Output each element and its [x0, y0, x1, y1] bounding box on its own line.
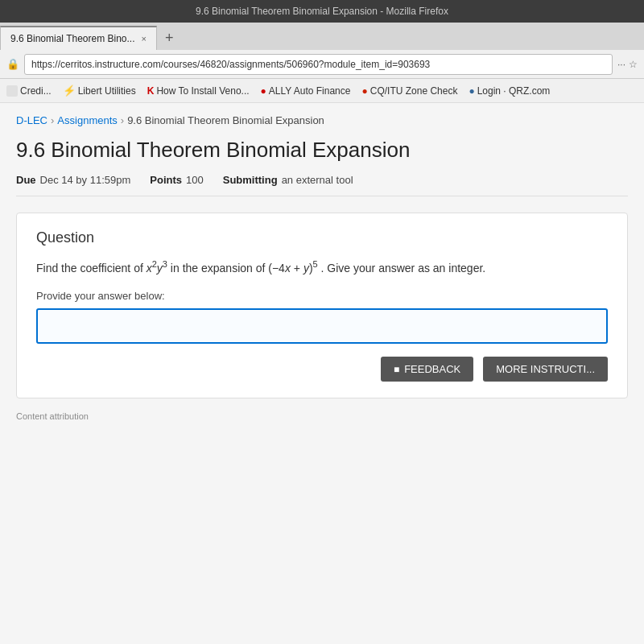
breadcrumb-course[interactable]: D-LEC — [16, 114, 47, 126]
more-instructions-button[interactable]: MORE INSTRUCTI... — [483, 357, 608, 382]
tab-bar: 9.6 Binomial Theorem Bino... × + — [0, 23, 644, 50]
question-text: Find the coefficient of x2y3 in the expa… — [36, 258, 608, 277]
qrz-label: Login · QRZ.com — [477, 85, 551, 97]
active-tab[interactable]: 9.6 Binomial Theorem Bino... × — [0, 26, 157, 50]
cq-icon: ● — [361, 85, 367, 97]
breadcrumb: D-LEC › Assignments › 9.6 Binomial Theor… — [16, 114, 628, 126]
ally-label: ALLY Auto Finance — [269, 85, 351, 97]
bookmark-icon[interactable]: ☆ — [629, 59, 638, 70]
libert-label: Libert Utilities — [78, 85, 136, 97]
feedback-button[interactable]: ■ FEEDBACK — [381, 357, 473, 382]
question-text-pre: Find the coefficient of — [36, 262, 147, 275]
question-card: Question Find the coefficient of x2y3 in… — [16, 213, 628, 398]
bookmark-cq[interactable]: ● CQ/ITU Zone Check — [361, 85, 457, 97]
lock-icon: 🔒 — [6, 58, 19, 70]
veno-label: How To Install Veno... — [156, 85, 249, 97]
submitting-label: Submitting — [223, 174, 278, 186]
answer-label: Provide your answer below: — [36, 290, 608, 302]
answer-input[interactable] — [36, 308, 608, 344]
points-value: 100 — [186, 174, 204, 186]
breadcrumb-sep1: › — [51, 114, 54, 126]
card-footer: ■ FEEDBACK MORE INSTRUCTI... — [36, 357, 608, 382]
window-title: 9.6 Binomial Theorem Binomial Expansion … — [196, 6, 448, 17]
ally-icon: ● — [261, 85, 266, 97]
address-actions: ··· ☆ — [617, 59, 638, 70]
qrz-icon: ● — [469, 85, 474, 97]
due-label: Due — [16, 174, 36, 186]
more-options-icon[interactable]: ··· — [617, 59, 625, 70]
address-bar: 🔒 ··· ☆ — [0, 50, 644, 79]
question-title: Question — [36, 229, 608, 246]
feedback-label: FEEDBACK — [404, 363, 460, 375]
points-item: Points 100 — [150, 174, 203, 186]
content-attribution: Content attribution — [16, 411, 628, 421]
tab-label: 9.6 Binomial Theorem Bino... — [10, 33, 135, 44]
bookmark-libert[interactable]: ⚡ Libert Utilities — [63, 85, 136, 97]
url-input[interactable] — [24, 54, 613, 75]
due-item: Due Dec 14 by 11:59pm — [16, 174, 130, 186]
page-title: 9.6 Binomial Theorem Binomial Expansion — [16, 138, 628, 163]
bookmark-qrz[interactable]: ● Login · QRZ.com — [469, 85, 550, 97]
bookmark-credi[interactable]: Credi... — [6, 85, 52, 97]
due-value: Dec 14 by 11:59pm — [40, 174, 131, 186]
submitting-value: an external tool — [282, 174, 353, 186]
close-tab-icon[interactable]: × — [142, 34, 147, 43]
credi-icon — [6, 85, 18, 97]
main-content: D-LEC › Assignments › 9.6 Binomial Theor… — [0, 103, 644, 644]
meta-bar: Due Dec 14 by 11:59pm Points 100 Submitt… — [16, 174, 628, 196]
libert-icon: ⚡ — [63, 85, 76, 97]
new-tab-button[interactable]: + — [157, 26, 182, 50]
bookmarks-bar: Credi... ⚡ Libert Utilities K How To Ins… — [0, 79, 644, 103]
breadcrumb-current: 9.6 Binomial Theorem Binomial Expansion — [127, 114, 324, 126]
points-label: Points — [150, 174, 182, 186]
breadcrumb-assignments[interactable]: Assignments — [57, 114, 117, 126]
breadcrumb-sep2: › — [121, 114, 124, 126]
title-bar: 9.6 Binomial Theorem Binomial Expansion … — [0, 0, 644, 23]
submitting-item: Submitting an external tool — [223, 174, 353, 186]
question-term: x2y3 — [147, 262, 167, 275]
question-text-mid: in the expansion of (−4x + y)5 — [171, 262, 318, 275]
veno-icon: K — [147, 85, 155, 97]
bookmark-veno[interactable]: K How To Install Veno... — [147, 85, 250, 97]
more-label: MORE INSTRUCTI... — [496, 363, 595, 375]
credi-label: Credi... — [20, 85, 52, 97]
bookmark-ally[interactable]: ● ALLY Auto Finance — [261, 85, 351, 97]
cq-label: CQ/ITU Zone Check — [370, 85, 458, 97]
feedback-icon: ■ — [394, 364, 399, 375]
question-text-post: . Give your answer as an integer. — [321, 262, 486, 275]
